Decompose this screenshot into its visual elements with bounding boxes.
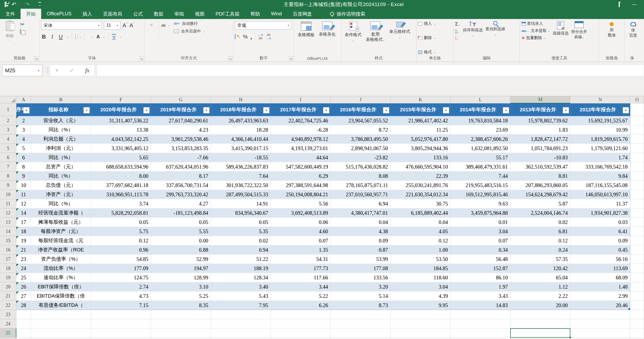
increase-indent-icon[interactable] [165,35,168,37]
row-header-22[interactable]: 22 [0,301,16,310]
cell-value[interactable]: 14.91 [211,199,271,208]
row-header-15[interactable]: 15 [0,236,16,245]
cell-value[interactable]: 8.08 [331,171,391,181]
tab-审阅[interactable]: 审阅 [169,9,190,19]
align-center-icon[interactable] [150,35,153,37]
cell-seq[interactable]: 12 [16,199,31,208]
cancel-icon[interactable]: × [55,67,59,74]
comma-style-icon[interactable]: , [250,35,252,39]
enter-icon[interactable]: ✓ [69,67,74,74]
batch-delete-button[interactable]: ✕ 批量删除⌄ [522,35,550,40]
decrease-decimal-icon[interactable]: .00→.0 [266,33,271,40]
cell-value[interactable]: 5,828,292,058.81 [91,208,151,218]
cell-value[interactable]: 0.24 [510,245,570,255]
cell-indicator-name[interactable]: 总负债（元） [31,181,91,190]
cell-value[interactable]: 0.07 [451,236,510,245]
cell-empty[interactable] [151,310,211,319]
cell-value[interactable]: 4.05 [391,227,451,236]
cell-value[interactable]: 113.69 [570,264,630,273]
name-box[interactable]: M25 ▾ [2,65,42,76]
cell-seq[interactable]: 23 [16,255,31,264]
cell-value[interactable]: 221,630,354,012.34 [391,190,451,199]
cell-value[interactable]: 15,978,802,739.62 [510,116,570,125]
tab-百度网盘[interactable]: 百度网盘 [287,9,318,19]
cell-value[interactable]: 4,193,139,273.01 [271,144,331,153]
cell-value[interactable]: 1,819,269,615.70 [570,135,630,144]
cell-value[interactable]: 7.64 [211,171,271,181]
tab-公式[interactable]: 公式 [128,9,148,19]
cell-value[interactable]: 0.06 [271,218,331,227]
cell-empty[interactable] [510,338,570,339]
cell-value[interactable]: 3.04 [451,227,510,236]
header-cell[interactable]: 2015年年报合并 [391,103,451,116]
cell-empty[interactable] [630,153,644,162]
underline-icon[interactable]: U [58,34,63,40]
borders-icon[interactable] [75,34,76,39]
filter-dropdown-icon[interactable] [83,107,90,113]
cell-value[interactable]: 2,898,941,067.50 [331,144,391,153]
cell-value[interactable]: 4,940,892,978.12 [271,135,331,144]
cell-value[interactable]: 8.81 [510,171,570,181]
cell-value[interactable]: 237,010,560,957.71 [331,190,391,199]
cell-value[interactable]: 20.00 [510,301,570,310]
cell-empty[interactable] [510,310,570,319]
clear-icon[interactable]: ⌄ [455,36,460,41]
cell-empty[interactable] [630,171,644,181]
cell-value[interactable]: 4.60 [271,227,331,236]
cell-value[interactable]: 31,311,407,536.22 [91,116,151,125]
cell-indicator-name[interactable]: 流动比率（%） [31,264,91,273]
cell-empty[interactable] [91,310,151,319]
merge-center-button[interactable]: ↔ 合并后居中 ⌄ [174,29,205,34]
cell-value[interactable]: 56.48 [451,255,510,264]
cell-value[interactable]: 0.87 [331,245,391,255]
conditional-formatting-button[interactable]: 条件格式 ⌄ [343,21,364,43]
cell-value[interactable]: 133.16 [391,153,451,162]
row-header-7[interactable]: 7 [0,162,16,171]
cell-empty[interactable] [630,319,644,328]
insert-function-icon[interactable]: fx [85,67,89,74]
cell-seq[interactable]: 5 [16,144,31,153]
cell-value[interactable]: 13.38 [91,125,151,135]
cell-empty[interactable] [271,328,331,338]
select-all-corner[interactable] [0,96,16,103]
cell-value[interactable]: 177.73 [271,264,331,273]
cell-value[interactable]: 4.27 [151,199,211,208]
cell-value[interactable]: 3,153,853,283.35 [151,144,211,153]
cell-seq[interactable]: 19 [16,236,31,245]
row-header-8[interactable]: 8 [0,171,16,181]
cell-value[interactable]: 9.95 [391,301,451,310]
cell-seq[interactable]: 28 [16,301,31,310]
cell-empty[interactable] [630,218,644,227]
cell-value[interactable]: 0.05 [211,218,271,227]
cell-value[interactable]: 287,499,504,515.33 [211,190,271,199]
column-header-G[interactable]: G [151,96,211,103]
cell-value[interactable]: -181,123,498.84 [151,208,211,218]
cell-value[interactable]: 310,960,951,113.78 [91,190,151,199]
cell-value[interactable]: 0.09 [570,236,630,245]
header-cell[interactable]: 指标名称 [31,103,91,116]
cell-value[interactable]: 333,166,769,542.18 [570,162,630,171]
cell-indicator-name[interactable]: 净资产收益率（ROE [31,245,91,255]
row-header-10[interactable]: 10 [0,190,16,199]
percent-style-icon[interactable]: % [243,34,248,40]
row-header-4[interactable]: 4 [0,135,16,144]
align-right-icon[interactable] [155,35,157,37]
cell-empty[interactable] [31,310,91,319]
align-bottom-icon[interactable] [155,24,157,26]
cell-value[interactable]: 4.73 [91,292,151,301]
cell-value[interactable]: 688,658,633,594.96 [91,162,151,171]
number-dialog-launcher[interactable]: ↘ [289,56,293,61]
cell-value[interactable]: 8.35 [151,301,211,310]
cell-empty[interactable] [391,310,451,319]
phonetic-guide-icon[interactable]: wén文 [112,33,116,40]
copy-icon[interactable] [20,29,25,34]
filter-dropdown-icon[interactable] [203,107,210,113]
align-middle-icon[interactable] [150,24,153,26]
cell-value[interactable]: 26,497,433,963.63 [211,116,271,125]
undo-icon[interactable]: ↶⌄ [12,2,19,7]
font-dialog-launcher[interactable]: ↘ [139,56,144,61]
table-resize-handle[interactable] [628,308,630,310]
addins-button[interactable]: 加载项 [601,22,623,37]
cell-empty[interactable] [570,319,630,328]
decrease-indent-icon[interactable] [161,35,163,37]
